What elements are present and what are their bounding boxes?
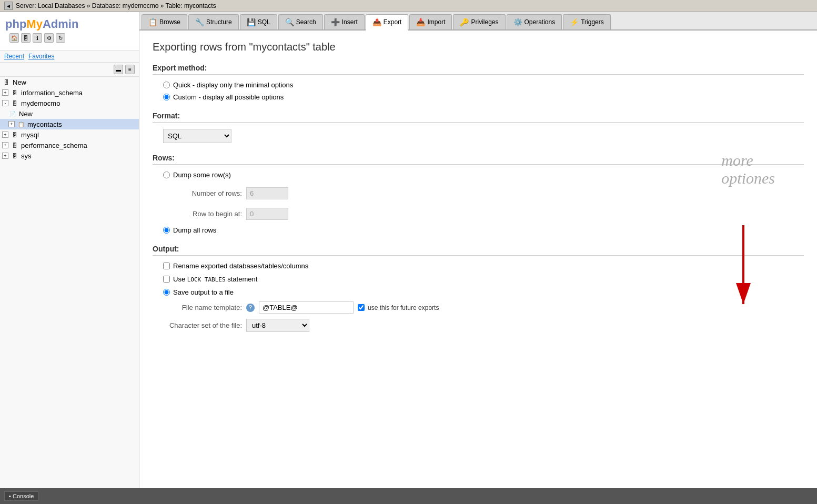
charset-row: Character set of the file: utf-8 utf-16 … — [163, 319, 804, 332]
format-select[interactable]: SQL CSV JSON XML PDF — [163, 129, 231, 143]
tab-triggers[interactable]: ⚡ Triggers — [563, 14, 611, 29]
tab-triggers-label: Triggers — [581, 18, 604, 26]
tab-sql[interactable]: 💾 SQL — [240, 14, 277, 29]
quick-option[interactable]: Quick - display only the minimal options — [163, 81, 804, 89]
tab-browse[interactable]: 📋 Browse — [142, 14, 187, 29]
tree-item-new2[interactable]: 📄 New — [0, 108, 139, 119]
structure-tab-icon: 🔧 — [195, 18, 204, 26]
tab-search[interactable]: 🔍 Search — [278, 14, 323, 29]
export-tab-icon: 📤 — [372, 18, 381, 26]
expand-icon-information[interactable]: + — [2, 89, 8, 96]
page-title: Exporting rows from "mycontacts" table — [153, 41, 804, 53]
export-method-group: Quick - display only the minimal options… — [153, 81, 804, 101]
tab-import[interactable]: 📥 Import — [409, 14, 452, 29]
expand-icon-mycontacts[interactable]: + — [8, 121, 15, 127]
db-icon-mysql: 🗄 — [11, 130, 19, 139]
home-icon[interactable]: 🏠 — [9, 33, 19, 43]
rename-checkbox[interactable] — [163, 263, 170, 269]
lock-tables-option[interactable]: Use LOCK TABLES statement — [163, 275, 804, 283]
mydemocmo-label: mydemocmo — [21, 99, 60, 107]
logo-php: php — [5, 17, 26, 31]
expand-icon-sys[interactable]: + — [2, 153, 8, 159]
tree-item-performance-schema[interactable]: + 🗄 performance_schema — [0, 140, 139, 150]
expand-icon-mysql[interactable]: + — [2, 132, 8, 138]
dump-some-radio[interactable] — [163, 172, 170, 178]
row-begin-input[interactable] — [246, 208, 288, 220]
tab-privileges[interactable]: 🔑 Privileges — [453, 14, 505, 29]
tree-item-sys[interactable]: + 🗄 sys — [0, 150, 139, 161]
row-begin-label: Row to begin at: — [174, 210, 242, 218]
recent-link[interactable]: Recent — [4, 53, 24, 60]
db-icon[interactable]: 🗄 — [21, 33, 31, 43]
tab-privileges-label: Privileges — [471, 18, 498, 26]
file-name-input[interactable] — [259, 301, 354, 314]
dump-some-option[interactable]: Dump some row(s) — [163, 171, 804, 179]
settings-icon[interactable]: ⚙ — [44, 33, 54, 43]
info-circle-icon[interactable]: ℹ — [33, 33, 42, 43]
lock-tables-checkbox[interactable] — [163, 276, 170, 283]
console-bar: ▪ Console — [0, 488, 817, 504]
tree-item-information-schema[interactable]: + 🗄 information_schema — [0, 87, 139, 98]
tree-item-mycontacts[interactable]: + 📋 mycontacts — [0, 119, 139, 129]
future-exports-label[interactable]: use this for future exports — [358, 304, 439, 311]
table-new-icon: 📄 — [8, 109, 17, 118]
dump-all-radio[interactable] — [163, 227, 170, 234]
filter-icon[interactable]: ≡ — [125, 65, 135, 74]
console-button[interactable]: ▪ Console — [4, 491, 38, 501]
collapse-icon[interactable]: ▬ — [114, 65, 123, 74]
quick-radio[interactable] — [163, 82, 170, 88]
tree-item-mydemocmo[interactable]: - 🗄 mydemocmo — [0, 98, 139, 108]
file-name-label: File name template: — [163, 304, 242, 311]
dump-all-option[interactable]: Dump all rows — [163, 226, 804, 234]
tree-item-new[interactable]: 🗄 New — [0, 77, 139, 87]
sql-tab-icon: 💾 — [247, 18, 256, 26]
sys-label: sys — [21, 152, 32, 160]
logo-my: My — [26, 17, 43, 31]
tab-insert-label: Insert — [342, 18, 358, 26]
mysql-label: mysql — [21, 131, 39, 139]
charset-select[interactable]: utf-8 utf-16 latin1 — [246, 319, 309, 332]
save-to-file-radio[interactable] — [163, 289, 170, 296]
tab-operations[interactable]: ⚙️ Operations — [507, 14, 562, 29]
number-of-rows-input[interactable] — [246, 187, 288, 199]
file-name-row: File name template: ? use this for futur… — [163, 301, 804, 314]
expand-icon-mydemocmo[interactable]: - — [2, 100, 8, 106]
tab-structure[interactable]: 🔧 Structure — [188, 14, 239, 29]
future-exports-text: use this for future exports — [368, 304, 439, 311]
save-to-file-option[interactable]: Save output to a file — [163, 288, 804, 296]
privileges-tab-icon: 🔑 — [460, 18, 469, 26]
dump-all-label: Dump all rows — [173, 226, 216, 234]
rename-option[interactable]: Rename exported databases/tables/columns — [163, 262, 804, 270]
browse-tab-icon: 📋 — [148, 18, 157, 26]
rows-radio-group: Dump some row(s) Number of rows: Row to … — [153, 171, 804, 234]
tab-structure-label: Structure — [206, 18, 232, 26]
pma-logo: phpMyAdmin 🏠 🗄 ℹ ⚙ ↻ — [0, 12, 139, 51]
refresh-icon[interactable]: ↻ — [56, 33, 65, 43]
favorites-link[interactable]: Favorites — [28, 53, 54, 60]
tab-insert[interactable]: ➕ Insert — [324, 14, 365, 29]
rename-label: Rename exported databases/tables/columns — [173, 262, 308, 270]
save-to-file-label: Save output to a file — [173, 288, 234, 296]
tree-item-mysql[interactable]: + 🗄 mysql — [0, 129, 139, 140]
back-button[interactable]: ◄ — [4, 2, 13, 10]
export-method-title: Export method: — [153, 64, 804, 75]
import-tab-icon: 📥 — [416, 18, 425, 26]
triggers-tab-icon: ⚡ — [570, 18, 579, 26]
file-name-info-icon[interactable]: ? — [246, 304, 255, 312]
console-label: Console — [13, 493, 34, 499]
search-tab-icon: 🔍 — [285, 18, 294, 26]
tab-import-label: Import — [427, 18, 445, 26]
tab-export[interactable]: 📤 Export — [366, 14, 409, 31]
future-exports-checkbox[interactable] — [358, 304, 365, 311]
sidebar-controls: ▬ ≡ — [0, 63, 139, 77]
page-content: Exporting rows from "mycontacts" table E… — [139, 31, 817, 488]
custom-option[interactable]: Custom - display all possible options — [163, 93, 804, 101]
lock-tables-label: Use LOCK TABLES statement — [173, 275, 257, 283]
tab-export-label: Export — [384, 18, 402, 26]
db-icon-sys: 🗄 — [11, 152, 19, 160]
performance-schema-label: performance_schema — [21, 142, 87, 149]
custom-radio[interactable] — [163, 94, 170, 100]
content-area: 📋 Browse 🔧 Structure 💾 SQL 🔍 Search ➕ In… — [139, 12, 817, 488]
export-method-section: Export method: Quick - display only the … — [153, 64, 804, 101]
expand-icon-performance[interactable]: + — [2, 142, 8, 148]
